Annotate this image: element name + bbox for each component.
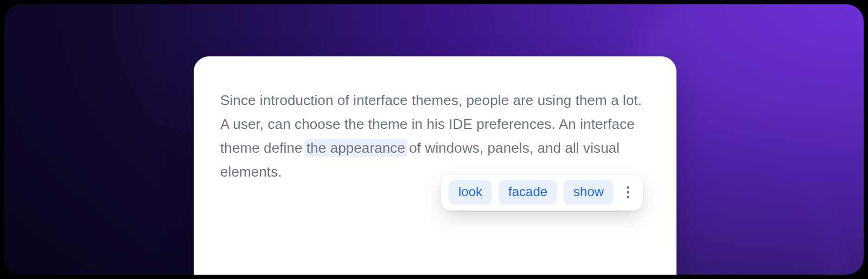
suggestions-popover: look facade show <box>441 174 643 211</box>
editor-card: Since introduction of interface themes, … <box>194 56 676 275</box>
suggestion-chip-3[interactable]: show <box>564 180 614 205</box>
editor-text[interactable]: Since introduction of interface themes, … <box>220 88 650 184</box>
highlighted-span[interactable]: the appearance <box>304 139 407 157</box>
more-options-button[interactable] <box>620 181 635 203</box>
svg-point-1 <box>627 191 629 193</box>
suggestion-chip-1[interactable]: look <box>449 180 492 205</box>
svg-point-2 <box>627 196 629 198</box>
suggestion-chip-2[interactable]: facade <box>499 180 557 205</box>
more-vertical-icon <box>627 186 629 198</box>
background-panel: Since introduction of interface themes, … <box>4 4 864 275</box>
screenshot-root: Since introduction of interface themes, … <box>0 0 868 279</box>
svg-point-0 <box>627 186 629 189</box>
